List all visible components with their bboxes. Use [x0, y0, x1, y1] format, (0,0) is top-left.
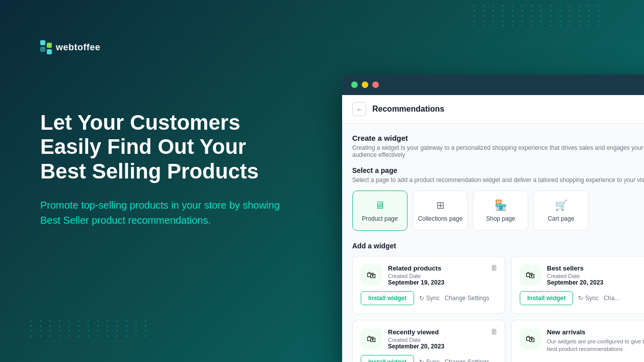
page-option-shop-label: Shop page: [486, 215, 515, 222]
product-page-icon: 🖥: [375, 200, 385, 211]
widget-info-related: Related products Created Date September …: [388, 264, 497, 286]
browser-window: ← Recommendations Create a widget Creati…: [342, 74, 644, 362]
back-button[interactable]: ←: [352, 102, 366, 116]
install-widget-recently-viewed-button[interactable]: Install widget: [361, 355, 414, 362]
widget-info-recently-viewed: Recently viewed Created Date September 2…: [388, 328, 497, 350]
widget-meta-related: Created Date: [388, 273, 497, 279]
page-option-collections-label: Collections page: [418, 215, 463, 222]
dots-pattern-bottom-left: const dbl = document.querySelector('.dot…: [30, 320, 151, 337]
page-options: 🖥 Product page ⊞ Collections page 🏪 Shop…: [352, 191, 644, 231]
hero-subtitle: Promote top-selling products in your sto…: [40, 198, 292, 228]
settings-related-link[interactable]: Change Settings: [445, 295, 490, 302]
shop-page-icon: 🏪: [495, 199, 507, 211]
main-content: Create a widget Creating a widget is you…: [342, 124, 644, 362]
settings-recently-viewed-link[interactable]: Change Settings: [445, 358, 490, 362]
add-widget-label: Add a widget: [352, 242, 644, 250]
collections-page-icon: ⊞: [436, 199, 445, 211]
widget-name-recently-viewed: Recently viewed: [388, 328, 497, 336]
widget-date-best-sellers: September 20, 2023: [547, 279, 644, 286]
install-widget-best-sellers-button[interactable]: Install widget: [520, 291, 573, 305]
logo: webtoffee: [40, 40, 101, 54]
widget-name-related: Related products: [388, 264, 497, 272]
cart-page-icon: 🛒: [555, 199, 568, 211]
widget-header-related: 🛍 Related products Created Date Septembe…: [361, 264, 497, 286]
content-area: ← Recommendations Create a widget Creati…: [342, 95, 644, 362]
widget-icon-best-sellers: 🛍: [520, 264, 541, 286]
widget-meta-best-sellers: Created Date: [547, 273, 644, 279]
browser-dot-red: [372, 81, 379, 88]
widget-icon-related: 🛍: [361, 264, 382, 286]
widget-name-new-arrivals: New arrivals: [547, 328, 644, 336]
widget-card-recently-viewed: 🗑 🛍 Recently viewed Created Date Septemb…: [352, 320, 505, 362]
delete-related-button[interactable]: 🗑: [491, 263, 498, 272]
widget-grid: 🗑 🛍 Related products Created Date Septem…: [352, 256, 644, 362]
browser-titlebar: [342, 74, 644, 95]
widget-header-recently-viewed: 🛍 Recently viewed Created Date September…: [361, 328, 497, 350]
delete-recently-viewed-button[interactable]: 🗑: [491, 327, 498, 335]
new-arrival-desc: Our widgets are pre-configured to give t…: [547, 338, 644, 353]
widget-card-best-sellers: 🗑 🛍 Best sellers Created Date September …: [511, 256, 644, 314]
widget-icon-new-arrivals: 🛍: [520, 328, 541, 349]
browser-dot-yellow: [362, 81, 368, 88]
settings-best-sellers-link[interactable]: Cha...: [604, 295, 620, 302]
hero-section: Let Your Customers Easily Find Out Your …: [40, 111, 292, 228]
widget-date-related: September 19, 2023: [388, 279, 497, 286]
widget-header-new-arrivals: 🛍 New arrivals Our widgets are pre-confi…: [520, 328, 644, 353]
sync-recently-viewed-link[interactable]: ↻ Sync: [419, 358, 440, 362]
widget-card-related: 🗑 🛍 Related products Created Date Septem…: [352, 256, 505, 314]
browser-dot-green: [351, 81, 358, 88]
dots-pattern-top-right: const dtr = document.querySelector('.dot…: [473, 5, 604, 27]
sync-icon-3: ↻: [419, 358, 424, 362]
widget-icon-recently-viewed: 🛍: [361, 328, 382, 349]
create-widget-desc: Creating a widget is your gateway to a p…: [352, 144, 644, 158]
page-option-cart-label: Cart page: [548, 215, 575, 222]
page-header: ← Recommendations: [342, 95, 644, 124]
page-option-product-label: Product page: [362, 215, 397, 222]
page-option-cart[interactable]: 🛒 Cart page: [533, 191, 589, 231]
logo-text: webtoffee: [56, 42, 101, 53]
widget-meta-recently-viewed: Created Date: [388, 337, 497, 343]
create-widget-title: Create a widget: [352, 134, 644, 142]
widget-info-best-sellers: Best sellers Created Date September 20, …: [547, 264, 644, 286]
sync-related-link[interactable]: ↻ Sync: [419, 295, 440, 302]
page-option-shop[interactable]: 🏪 Shop page: [473, 191, 528, 231]
widget-actions-best-sellers: Install widget ↻ Sync Cha...: [520, 291, 644, 305]
widget-actions-recently-viewed: Install widget ↻ Sync Change Settings: [361, 355, 497, 362]
select-page-desc: Select a page to add a product recommend…: [352, 176, 644, 184]
install-widget-related-button[interactable]: Install widget: [361, 291, 414, 305]
select-page-label: Select a page: [352, 166, 644, 174]
hero-title: Let Your Customers Easily Find Out Your …: [40, 111, 292, 184]
widget-name-best-sellers: Best sellers: [547, 264, 644, 272]
sync-icon-2: ↻: [578, 295, 583, 302]
page-option-collections[interactable]: ⊞ Collections page: [413, 191, 468, 231]
widget-date-recently-viewed: September 20, 2023: [388, 343, 497, 350]
sync-best-sellers-link[interactable]: ↻ Sync: [578, 295, 599, 302]
sync-icon: ↻: [419, 295, 424, 302]
widget-actions-related: Install widget ↻ Sync Change Settings: [361, 291, 497, 305]
page-option-product[interactable]: 🖥 Product page: [352, 191, 408, 231]
widget-card-new-arrivals: 🛍 New arrivals Our widgets are pre-confi…: [511, 320, 644, 362]
widget-info-new-arrivals: New arrivals Our widgets are pre-configu…: [547, 328, 644, 353]
logo-icon: [40, 40, 52, 54]
widget-header-best-sellers: 🛍 Best sellers Created Date September 20…: [520, 264, 644, 286]
page-title: Recommendations: [372, 105, 444, 114]
